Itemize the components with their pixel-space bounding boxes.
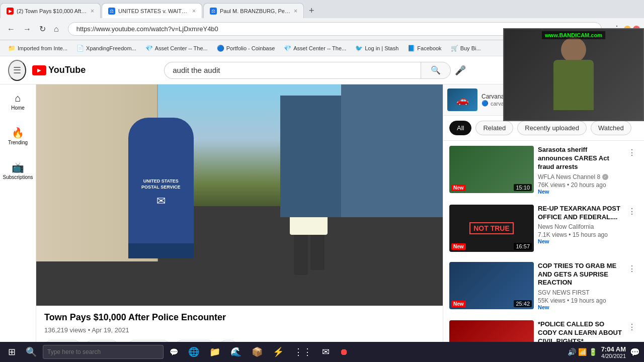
search-button[interactable]: 🔍 (421, 62, 451, 79)
youtube-logo[interactable]: YouTube (32, 65, 86, 75)
hamburger-menu-button[interactable]: ☰ (8, 60, 26, 81)
bookmark-folder-icon: 📁 (8, 45, 16, 52)
bookmark-coinbase[interactable]: 🔵 Portfolio - Coinbase (213, 44, 279, 53)
sidebar-item-home[interactable]: ⌂ Home (3, 88, 33, 115)
taskbar-explorer[interactable]: 📁 (205, 344, 224, 359)
filter-watched[interactable]: Watched (591, 121, 631, 135)
bookmark-imported[interactable]: 📁 Imported from Inte... (4, 44, 71, 53)
tab-close-waites[interactable]: × (192, 8, 196, 15)
subscriptions-icon: 📺 (12, 161, 24, 173)
card-meta-texarkana: 7.1K views • 15 hours ago (538, 231, 622, 238)
taskbar-mail[interactable]: ✉ (318, 344, 334, 359)
card-channel-texarkana: News Now California (538, 223, 622, 230)
card-menu-button-sarasota[interactable]: ⋮ (626, 146, 638, 159)
card-new-badge2: New (538, 238, 622, 244)
ad-icon: 🔵 (481, 100, 489, 107)
tab-youtube[interactable]: ▶ (2) Town Pays $10,000 After... × (0, 3, 101, 18)
not-true-overlay: NOT TRUE (469, 222, 514, 234)
taskbar-cortana[interactable]: 💬 (166, 346, 182, 358)
start-button[interactable]: ⊞ (4, 344, 20, 359)
new-tab-button[interactable]: + (305, 6, 318, 16)
bookmark-stash[interactable]: 🐦 Log in | Stash (351, 44, 403, 53)
bookmark-doc-icon: 📄 (76, 45, 84, 52)
taskbar-dropbox[interactable]: 📦 (248, 344, 267, 359)
filter-related[interactable]: Related (475, 121, 513, 135)
taskbar-right: 🔊 📶 🔋 7:04 AM 4/20/2021 💬 (568, 345, 640, 359)
sidebar-nav-label-trending: Trending (8, 140, 28, 145)
card-meta-sarasota: 76K views • 20 hours ago (538, 182, 622, 189)
channel-name-text: WFLA News Channel 8 (538, 173, 600, 180)
tab-label-waites: UNITED STATES v. WAITES | Find... (118, 8, 189, 14)
video-thumbnail-texarkana: NOT TRUE 16:57 New (449, 205, 534, 252)
tab-close-youtube[interactable]: × (91, 8, 94, 15)
bookmark-label: Buy Bi... (460, 45, 481, 51)
video-card-sarasota[interactable]: 15:10 New Sarasota sheriff announces CAR… (443, 141, 644, 200)
search-input[interactable] (164, 62, 421, 79)
bookmark-asset1[interactable]: 💎 Asset Center -- The... (141, 44, 212, 53)
bookmark-gem2-icon: 💎 (284, 45, 291, 52)
back-button[interactable]: ← (4, 23, 18, 36)
sidebar-nav-label-home: Home (11, 105, 25, 111)
taskbar-app1[interactable]: ⚡ (269, 344, 288, 359)
sidebar-nav-label-subscriptions: Subscriptions (3, 174, 33, 180)
video-card-cop[interactable]: 25:42 New COP TRIES TO GRAB ME AND GETS … (443, 257, 644, 316)
bookmark-label: Portfolio - Coinbase (226, 45, 275, 51)
card-info-sarasota: Sarasota sheriff announces CARES Act fra… (538, 146, 622, 195)
tab-favicon-youtube: ▶ (7, 8, 14, 15)
video-thumbnail-cop: 25:42 New (449, 262, 534, 309)
card-menu-button-filming[interactable]: ⋮ (626, 320, 638, 334)
tab-waites[interactable]: ⚖ UNITED STATES v. WAITES | Find... × (102, 3, 202, 18)
bandicam-watermark: www.BANDICAM.com (542, 31, 605, 39)
tab-label-youtube: (2) Town Pays $10,000 After... (17, 8, 88, 14)
bookmark-fb-icon: 📘 (408, 45, 415, 52)
filter-recent[interactable]: Recently uploaded (517, 121, 587, 135)
clock-time: 7:04 AM (601, 345, 626, 353)
trending-icon: 🔥 (12, 127, 24, 139)
verified-icon: ✓ (602, 174, 608, 180)
publish-date: Apr 19, 2021 (92, 326, 129, 334)
card-meta-cop: 55K views • 19 hours ago (538, 297, 622, 304)
bookmark-buy[interactable]: 🛒 Buy Bi... (447, 44, 485, 53)
home-icon: ⌂ (15, 93, 21, 104)
bookmark-asset2[interactable]: 💎 Asset Center -- The... (280, 44, 350, 53)
reload-button[interactable]: ↻ (36, 22, 49, 36)
youtube-logo-icon (32, 65, 46, 75)
taskbar-chrome[interactable]: 🌐 (184, 344, 203, 359)
ad-thumbnail: 🚗 (447, 88, 477, 111)
silhouette-body (553, 60, 594, 110)
card-menu-button-texarkana[interactable]: ⋮ (626, 205, 638, 218)
bookmark-xpanding[interactable]: 📄 XpandingFreedom... (72, 44, 140, 53)
tab-close-branzburg[interactable]: × (294, 8, 297, 15)
main-content: ⌂ Home 🔥 Trending 📺 Subscriptions UNITED… (0, 84, 644, 362)
bookmark-gem-icon: 💎 (145, 45, 153, 52)
clock-date: 4/20/2021 (601, 353, 626, 359)
sidebar-item-trending[interactable]: 🔥 Trending (3, 123, 33, 149)
taskbar-edge[interactable]: 🌊 (226, 344, 246, 359)
bookmark-facebook[interactable]: 📘 Facebook (404, 44, 445, 53)
taskbar-record[interactable]: ⏺ (336, 345, 353, 359)
sidebar-item-subscriptions[interactable]: 📺 Subscriptions (3, 157, 33, 184)
duration-badge: 15:10 (514, 184, 532, 191)
taskbar-apps[interactable]: ⋮⋮ (290, 344, 316, 359)
search-button-taskbar[interactable]: 🔍 (22, 344, 41, 359)
forward-button[interactable]: → (20, 23, 34, 36)
card-info-cop: COP TRIES TO GRAB ME AND GETS A SUPRISE … (538, 262, 622, 311)
home-button[interactable]: ⌂ (51, 23, 62, 36)
video-player[interactable]: UNITED STATESPOSTAL SERVICE ✉ (36, 84, 443, 306)
video-card-texarkana[interactable]: NOT TRUE 16:57 New RE-UP TEXARKANA POST … (443, 200, 644, 257)
mic-button[interactable]: 🎤 (455, 65, 466, 76)
silhouette-head (561, 37, 586, 62)
tab-label-branzburg: Paul M. BRANZBURG, Petitioner... (220, 8, 291, 14)
card-menu-button-cop[interactable]: ⋮ (626, 262, 638, 276)
right-sidebar: 🚗 Carvana 🔵 carvana.com SHOP CARS All Re… (443, 84, 644, 362)
card-channel-cop: SGV NEWS FIRST (538, 289, 622, 296)
new-badge: New (451, 243, 466, 250)
youtube-logo-text: YouTube (48, 65, 86, 75)
notification-icon[interactable]: 💬 (630, 347, 640, 357)
taskbar-search-input[interactable] (43, 345, 164, 359)
video-thumbnail-sarasota: 15:10 New (449, 146, 534, 193)
filter-all[interactable]: All (449, 121, 471, 135)
video-section: UNITED STATESPOSTAL SERVICE ✉ (36, 84, 443, 362)
bookmark-buy-icon: 🛒 (451, 45, 458, 52)
tab-branzburg[interactable]: ⚖ Paul M. BRANZBURG, Petitioner... × (203, 3, 304, 18)
